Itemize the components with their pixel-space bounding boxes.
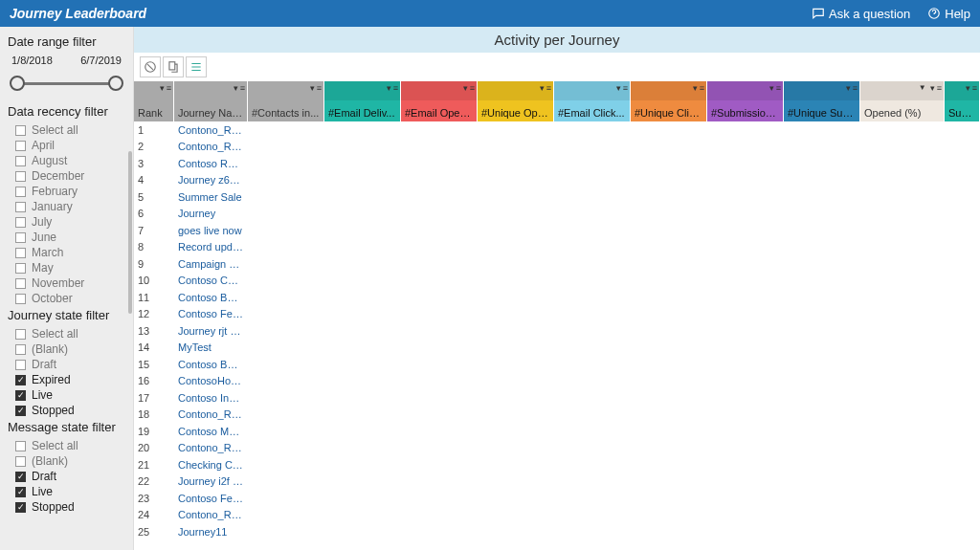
message-state-option[interactable]: ✓Draft bbox=[8, 469, 125, 484]
column-header-c9[interactable]: Subm...▾≡ bbox=[945, 81, 980, 121]
table-row[interactable]: 10Contoso Chairs ...54 bbox=[134, 273, 980, 290]
table-row[interactable]: 16ContosoHomeB...216 bbox=[134, 373, 980, 390]
clear-filters-button[interactable] bbox=[140, 56, 161, 77]
menu-icon[interactable]: ≡ bbox=[700, 83, 704, 93]
recency-option[interactable]: July bbox=[8, 214, 125, 230]
date-range-slider[interactable] bbox=[10, 72, 123, 97]
table-row[interactable]: 5Summer Sale12 bbox=[134, 188, 980, 206]
column-header-c4[interactable]: #Email Click...▾≡ bbox=[554, 81, 631, 121]
filter-icon[interactable]: ▾ bbox=[234, 83, 238, 93]
table-row[interactable]: 7goes live now12 bbox=[134, 222, 980, 239]
column-header-c1[interactable]: #Email Deliv...▾≡ bbox=[324, 81, 401, 121]
menu-icon[interactable]: ≡ bbox=[167, 83, 171, 93]
journey-state-option[interactable]: ✓Stopped bbox=[8, 403, 125, 418]
header-label: #Submission... bbox=[711, 107, 779, 119]
table-row[interactable]: 9Campaign 100K ...63 bbox=[134, 255, 980, 273]
column-header-c3[interactable]: #Unique Ope...▾≡ bbox=[478, 81, 554, 121]
checkbox-icon bbox=[15, 456, 26, 467]
journey-state-option[interactable]: ✓Expired bbox=[8, 372, 125, 387]
column-header-c7[interactable]: #Unique Sub...▾≡ bbox=[784, 81, 860, 121]
journey-state-option[interactable]: (Blank) bbox=[8, 341, 125, 357]
table-row[interactable]: 4Journey z6e (Bla...12 bbox=[134, 172, 980, 189]
date-from[interactable]: 1/8/2018 bbox=[11, 55, 53, 66]
options-button[interactable] bbox=[186, 56, 207, 77]
recency-option[interactable]: January bbox=[8, 199, 125, 214]
message-state-option[interactable]: Select all bbox=[8, 438, 125, 453]
recency-option[interactable]: November bbox=[8, 275, 125, 291]
recency-option[interactable]: March bbox=[8, 245, 125, 260]
table-row[interactable]: 22Journey i2f (Sim...2 bbox=[134, 473, 980, 491]
table-row[interactable]: 11Contoso Bank In...155 bbox=[134, 289, 980, 306]
menu-icon[interactable]: ≡ bbox=[393, 83, 398, 93]
table-row[interactable]: 18Contono_Rel_CJ310 bbox=[134, 407, 980, 424]
table-row[interactable]: 25Journey112 bbox=[134, 523, 980, 540]
filter-icon[interactable]: ▾ bbox=[463, 83, 468, 93]
filter-icon[interactable]: ▾ bbox=[846, 83, 851, 93]
column-header-rank[interactable]: Rank▾≡ bbox=[134, 81, 174, 121]
help-link[interactable]: Help bbox=[927, 7, 970, 21]
filter-icon[interactable]: ▾ bbox=[387, 83, 391, 93]
ask-question-link[interactable]: Ask a question bbox=[812, 7, 910, 21]
menu-icon[interactable]: ≡ bbox=[937, 83, 942, 93]
table-row[interactable]: 1Contono_Rel_CJ110 bbox=[134, 121, 980, 139]
menu-icon[interactable]: ≡ bbox=[623, 83, 628, 93]
table-row[interactable]: 6Journey12 bbox=[134, 206, 980, 223]
recency-option[interactable]: October bbox=[8, 291, 125, 306]
filter-icon[interactable]: ▾ bbox=[930, 83, 935, 93]
table-row[interactable]: 3Contoso Registr...12 bbox=[134, 155, 980, 172]
journey-state-option[interactable]: Select all bbox=[8, 326, 125, 341]
recency-option[interactable]: February bbox=[8, 184, 125, 199]
column-header-c0[interactable]: #Contacts in...▾≡ bbox=[248, 81, 324, 121]
filter-icon[interactable]: ▾ bbox=[769, 83, 774, 93]
table-row[interactable]: 21Checking Conte...136 bbox=[134, 456, 980, 473]
menu-icon[interactable]: ≡ bbox=[853, 83, 858, 93]
table-row[interactable]: 2Contono_Rel_CJ...10 bbox=[134, 139, 980, 156]
journey-state-option[interactable]: Draft bbox=[8, 357, 125, 372]
menu-icon[interactable]: ≡ bbox=[240, 83, 245, 93]
option-label: Stopped bbox=[32, 404, 75, 417]
table-row[interactable]: 17Contoso Invitati...529 bbox=[134, 389, 980, 407]
filter-icon[interactable]: ▾ bbox=[540, 83, 545, 93]
column-header-name[interactable]: Journey Name▾≡ bbox=[174, 81, 248, 121]
table-row[interactable]: 24Contono_Rel_CJ210 bbox=[134, 507, 980, 524]
cell-rank: 12 bbox=[134, 308, 174, 319]
table-row[interactable]: 12Contoso Feb lau...80 bbox=[134, 306, 980, 323]
column-header-c5[interactable]: #Unique Clic...▾≡ bbox=[631, 81, 707, 121]
message-state-option[interactable]: (Blank) bbox=[8, 453, 125, 469]
date-to[interactable]: 6/7/2019 bbox=[80, 55, 122, 66]
table-row[interactable]: 19Contoso Mortga...16 bbox=[134, 423, 980, 440]
filter-icon[interactable]: ▾ bbox=[616, 83, 621, 93]
recency-option[interactable]: August bbox=[8, 153, 125, 168]
filter-icon[interactable]: ▾ bbox=[693, 83, 698, 93]
message-state-option[interactable]: ✓Live bbox=[8, 484, 125, 499]
column-header-c2[interactable]: #Email Open...▾≡ bbox=[401, 81, 478, 121]
recency-option[interactable]: Select all bbox=[8, 122, 125, 138]
option-label: Expired bbox=[32, 373, 71, 386]
menu-icon[interactable]: ≡ bbox=[776, 83, 781, 93]
table-row[interactable]: 14MyTest36 bbox=[134, 340, 980, 357]
sidebar-scrollbar[interactable] bbox=[128, 151, 132, 314]
recency-option[interactable]: December bbox=[8, 168, 125, 184]
filter-icon[interactable]: ▾ bbox=[966, 83, 970, 93]
table-row[interactable]: 23Contoso Feb lau...11 bbox=[134, 490, 980, 507]
column-header-c8[interactable]: Opened (%)▾≡ bbox=[860, 81, 945, 121]
message-state-option[interactable]: ✓Stopped bbox=[8, 499, 125, 515]
option-label: Draft bbox=[32, 470, 56, 483]
journey-state-option[interactable]: ✓Live bbox=[8, 387, 125, 403]
table-row[interactable]: 8Record update ...45 bbox=[134, 239, 980, 256]
svg-rect-2 bbox=[169, 62, 175, 70]
menu-icon[interactable]: ≡ bbox=[546, 83, 551, 93]
recency-option[interactable]: June bbox=[8, 230, 125, 245]
recency-option[interactable]: May bbox=[8, 260, 125, 275]
filter-icon[interactable]: ▾ bbox=[160, 83, 165, 93]
filter-icon[interactable]: ▾ bbox=[310, 83, 315, 93]
menu-icon[interactable]: ≡ bbox=[972, 83, 977, 93]
table-row[interactable]: 13Journey rjt (Sim...36 bbox=[134, 322, 980, 340]
column-header-c6[interactable]: #Submission...▾≡ bbox=[707, 81, 784, 121]
menu-icon[interactable]: ≡ bbox=[470, 83, 475, 93]
table-row[interactable]: 15Contoso Bank P...126 bbox=[134, 356, 980, 373]
table-row[interactable]: 20Contono_Rel_CJ...10 bbox=[134, 440, 980, 457]
export-button[interactable] bbox=[163, 56, 184, 77]
recency-option[interactable]: April bbox=[8, 138, 125, 153]
menu-icon[interactable]: ≡ bbox=[317, 83, 322, 93]
